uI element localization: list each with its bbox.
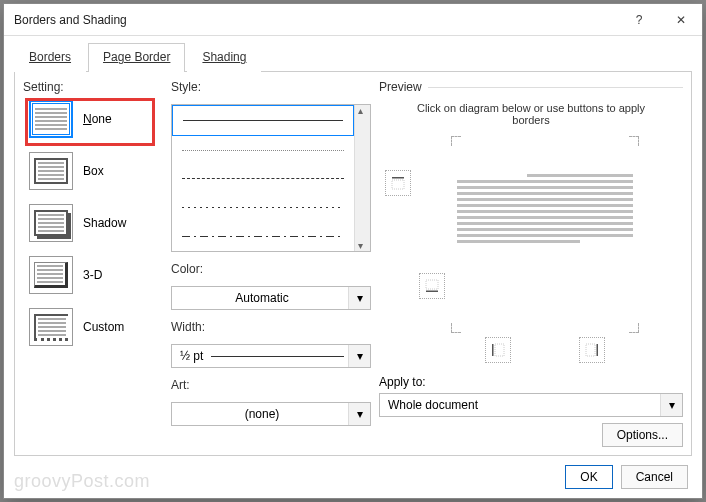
border-top-button[interactable] [385,170,411,196]
close-button[interactable]: ✕ [660,4,702,36]
chevron-down-icon: ▾ [348,287,370,309]
apply-to-value: Whole document [388,398,656,412]
svg-rect-7 [586,344,595,356]
corner-tr-icon [629,136,639,146]
preview-hint: Click on diagram below or use buttons to… [379,94,683,132]
tab-borders[interactable]: Borders [14,43,86,72]
style-dotted-fine[interactable] [172,136,354,165]
setting-custom-thumb [29,308,73,346]
setting-shadow-thumb [29,204,73,242]
close-icon: ✕ [676,13,686,27]
setting-box-label: Box [83,164,104,178]
style-solid[interactable] [172,105,354,136]
border-right-button[interactable] [579,337,605,363]
tab-panel: Setting: None Box Shadow [14,71,692,456]
preview-diagram [379,132,683,371]
setting-label: Setting: [23,80,163,94]
width-sample-line [211,356,344,357]
chevron-down-icon: ▾ [348,403,370,425]
preview-label: Preview [379,80,422,94]
dialog-footer: OK Cancel [4,456,702,498]
help-icon: ? [636,13,643,27]
cancel-button-label: Cancel [636,470,673,484]
color-combo[interactable]: Automatic ▾ [171,286,371,310]
setting-custom-label: Custom [83,320,124,334]
setting-none-thumb [29,100,73,138]
setting-none[interactable]: None [29,100,163,138]
corner-tl-icon [451,136,461,146]
svg-rect-2 [426,291,438,293]
art-label: Art: [171,378,371,392]
tab-shading[interactable]: Shading [187,43,261,72]
tab-shading-label: Shading [202,50,246,64]
divider [428,87,683,88]
svg-rect-0 [392,177,404,179]
border-left-button[interactable] [485,337,511,363]
color-value: Automatic [180,291,344,305]
preview-column: Preview Click on diagram below or use bu… [379,80,683,447]
tab-page-border-label: Page Border [103,50,170,64]
corner-br-icon [629,323,639,333]
apply-to-combo[interactable]: Whole document ▾ [379,393,683,417]
style-listbox[interactable] [171,104,371,252]
setting-3d-thumb [29,256,73,294]
chevron-down-icon: ▾ [348,345,370,367]
style-dashed[interactable] [172,165,354,194]
width-label: Width: [171,320,371,334]
setting-box-thumb [29,152,73,190]
style-list [172,105,354,251]
ok-button[interactable]: OK [565,465,612,489]
options-button-label: Options... [617,428,668,442]
apply-to-label: Apply to: [379,375,683,389]
style-dash-dense[interactable] [172,193,354,222]
style-dash-dot[interactable] [172,222,354,251]
svg-rect-6 [597,344,599,356]
preview-page[interactable] [451,170,639,299]
art-value: (none) [180,407,344,421]
options-button[interactable]: Options... [602,423,683,447]
titlebar: Borders and Shading ? ✕ [4,4,702,36]
color-label: Color: [171,262,371,276]
borders-shading-dialog: Borders and Shading ? ✕ Borders Page Bor… [3,3,703,499]
style-column: Style: Color: Automatic ▾ Width: ½ pt [171,80,371,447]
setting-3d[interactable]: 3-D [29,256,163,294]
setting-none-label: None [83,112,112,126]
border-bottom-button[interactable] [419,273,445,299]
dialog-title: Borders and Shading [14,13,618,27]
svg-rect-5 [495,344,504,356]
setting-column: Setting: None Box Shadow [23,80,163,447]
svg-rect-3 [426,280,438,289]
svg-rect-4 [492,344,494,356]
tab-strip: Borders Page Border Shading [4,36,702,71]
svg-rect-1 [392,180,404,189]
art-combo[interactable]: (none) ▾ [171,402,371,426]
setting-shadow-label: Shadow [83,216,126,230]
cancel-button[interactable]: Cancel [621,465,688,489]
ok-button-label: OK [580,470,597,484]
corner-bl-icon [451,323,461,333]
setting-3d-label: 3-D [83,268,102,282]
tab-page-border[interactable]: Page Border [88,43,185,72]
setting-box[interactable]: Box [29,152,163,190]
style-scrollbar[interactable] [354,105,370,251]
tab-borders-label: Borders [29,50,71,64]
help-button[interactable]: ? [618,4,660,36]
setting-shadow[interactable]: Shadow [29,204,163,242]
chevron-down-icon: ▾ [660,394,682,416]
width-value: ½ pt [180,349,344,363]
width-combo[interactable]: ½ pt ▾ [171,344,371,368]
setting-custom[interactable]: Custom [29,308,163,346]
style-label: Style: [171,80,371,94]
